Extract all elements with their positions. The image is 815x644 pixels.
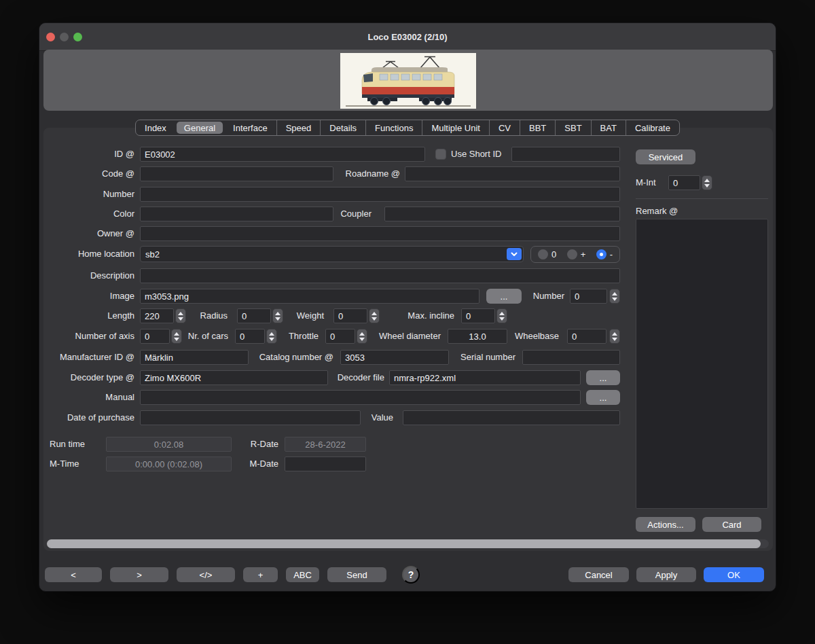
apply-button[interactable]: Apply (636, 567, 696, 582)
actions-button[interactable]: Actions... (636, 517, 695, 532)
chevron-up-icon (269, 332, 274, 336)
tab-details[interactable]: Details (320, 120, 365, 135)
tab-general[interactable]: General (177, 122, 223, 134)
r-date-input (285, 437, 366, 452)
m-date-input[interactable] (285, 457, 366, 471)
placing-radio-minus[interactable]: - (596, 249, 613, 260)
placing-radio-0[interactable]: 0 (538, 249, 556, 260)
description-input[interactable] (140, 268, 620, 283)
tab-speed[interactable]: Speed (276, 120, 321, 135)
run-time-label: Run time (50, 437, 104, 452)
image-input[interactable] (140, 289, 479, 304)
use-short-id-checkbox[interactable] (435, 149, 446, 160)
max-incline-stepper[interactable] (496, 308, 507, 323)
previous-loco-button[interactable]: < (45, 567, 102, 582)
image-browse-button[interactable]: ... (486, 289, 522, 304)
manual-input[interactable] (140, 390, 581, 405)
titlebar[interactable]: Loco E03002 (2/10) (39, 23, 776, 51)
decoder-type-label: Decoder type @ (43, 370, 134, 385)
m-int-label: M-Int (636, 175, 666, 190)
tab-functions[interactable]: Functions (365, 120, 422, 135)
chevron-up-icon (174, 332, 179, 336)
decoder-file-input[interactable] (389, 370, 581, 385)
coupler-input[interactable] (384, 207, 620, 221)
tab-bat[interactable]: BAT (591, 120, 626, 135)
chevron-down-icon (704, 184, 710, 187)
cancel-button[interactable]: Cancel (568, 567, 629, 582)
add-button[interactable]: + (243, 567, 278, 582)
number-of-axis-stepper[interactable] (171, 329, 182, 344)
description-label: Description (43, 268, 134, 283)
home-location-value: sb2 (141, 249, 507, 260)
manual-browse-button[interactable]: ... (586, 390, 620, 405)
serial-number-input[interactable] (522, 350, 620, 365)
owner-input[interactable] (140, 226, 620, 241)
scrollbar-thumb[interactable] (47, 539, 761, 548)
side-panel-divider (636, 198, 768, 199)
date-of-purchase-input[interactable] (140, 410, 361, 425)
tab-sbt[interactable]: SBT (555, 120, 590, 135)
wheel-diameter-input[interactable] (448, 329, 507, 344)
image-number-stepper[interactable] (609, 289, 620, 304)
roadname-input[interactable] (405, 166, 620, 181)
tab-calibrate[interactable]: Calibrate (626, 120, 679, 135)
chevron-down-icon (612, 338, 617, 341)
horizontal-scrollbar[interactable] (47, 539, 769, 548)
home-location-combobox[interactable]: sb2 (140, 246, 524, 262)
remark-textarea[interactable] (636, 219, 768, 509)
number-of-axis-input[interactable] (140, 329, 170, 344)
card-button[interactable]: Card (702, 517, 761, 532)
weight-stepper[interactable] (369, 308, 380, 323)
wheelbase-stepper[interactable] (609, 329, 620, 344)
date-of-purchase-label: Date of purchase (43, 410, 134, 425)
send-button[interactable]: Send (327, 567, 386, 582)
length-stepper[interactable] (175, 308, 186, 323)
throttle-stepper[interactable] (357, 329, 367, 344)
ok-button[interactable]: OK (704, 567, 764, 582)
throttle-input[interactable] (325, 329, 355, 344)
m-time-label: M-Time (50, 457, 104, 471)
max-incline-input[interactable] (461, 308, 495, 323)
minimize-button[interactable] (60, 33, 69, 41)
weight-label: Weight (280, 308, 324, 323)
image-number-label: Number (522, 289, 564, 304)
m-int-input[interactable] (668, 175, 700, 190)
zoom-button[interactable] (73, 33, 82, 41)
m-int-stepper[interactable] (702, 175, 712, 190)
coupler-label: Coupler (305, 207, 372, 221)
decoder-type-input[interactable] (140, 370, 328, 385)
tab-interface[interactable]: Interface (224, 120, 276, 135)
number-input[interactable] (140, 187, 620, 202)
serviced-button[interactable]: Serviced (636, 149, 695, 164)
code-view-button[interactable]: </> (177, 567, 235, 582)
help-button[interactable]: ? (402, 566, 420, 584)
run-time-input (106, 437, 232, 452)
weight-input[interactable] (333, 308, 367, 323)
nr-of-cars-input[interactable] (235, 329, 265, 344)
tab-multiple-unit[interactable]: Multiple Unit (422, 120, 489, 135)
radio-off-icon (567, 249, 577, 260)
tab-cv[interactable]: CV (489, 120, 520, 135)
short-id-input[interactable] (511, 147, 620, 162)
tab-index[interactable]: Index (136, 120, 175, 135)
image-label: Image (43, 289, 134, 304)
decoder-file-browse-button[interactable]: ... (586, 370, 620, 385)
chevron-down-icon[interactable] (507, 248, 522, 260)
next-loco-button[interactable]: > (110, 567, 168, 582)
close-button[interactable] (46, 33, 55, 41)
id-input[interactable] (140, 147, 425, 162)
wheelbase-input[interactable] (567, 329, 606, 344)
radius-input[interactable] (237, 308, 271, 323)
wheel-diameter-label: Wheel diameter (369, 329, 441, 344)
placing-radio-plus[interactable]: + (567, 249, 586, 260)
remark-label: Remark @ (636, 204, 717, 219)
catalog-number-input[interactable] (340, 350, 449, 365)
manufacturer-id-input[interactable] (140, 350, 249, 365)
value-input[interactable] (403, 410, 620, 425)
nr-of-cars-stepper[interactable] (266, 329, 277, 344)
image-number-input[interactable] (570, 289, 607, 304)
code-input[interactable] (140, 166, 333, 181)
tab-bbt[interactable]: BBT (520, 120, 555, 135)
length-input[interactable] (140, 308, 174, 323)
abc-button[interactable]: ABC (286, 567, 319, 582)
